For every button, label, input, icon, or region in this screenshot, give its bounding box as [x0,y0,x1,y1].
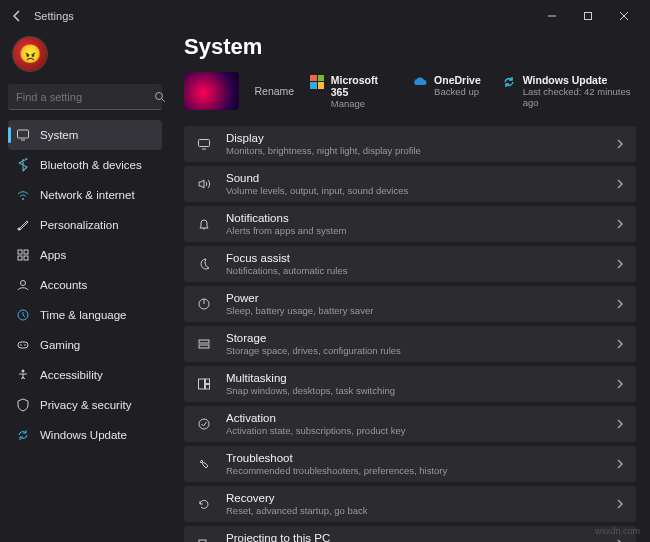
sidebar-item-accessibility[interactable]: Accessibility [8,360,162,390]
system-icon [16,128,30,142]
card-title: Recovery [226,492,602,505]
sidebar-item-system[interactable]: System [8,120,162,150]
sidebar-item-bluetooth-devices[interactable]: Bluetooth & devices [8,150,162,180]
chevron-right-icon [616,379,624,389]
sidebar-item-gaming[interactable]: Gaming [8,330,162,360]
sidebar-item-label: Accounts [40,279,87,291]
chevron-right-icon [616,299,624,309]
sidebar-item-apps[interactable]: Apps [8,240,162,270]
chevron-right-icon [616,259,624,269]
card-multitasking[interactable]: MultitaskingSnap windows, desktops, task… [184,366,636,402]
card-sub: Monitors, brightness, night light, displ… [226,145,602,156]
promo-icon [310,74,325,90]
time-icon [16,308,30,322]
svg-rect-19 [199,379,205,389]
maximize-button[interactable] [570,2,606,30]
activation-icon [196,416,212,432]
sidebar-item-label: Accessibility [40,369,103,381]
svg-point-4 [18,228,21,231]
search-box[interactable] [8,84,162,110]
svg-point-13 [24,344,26,346]
sidebar-item-windows-update[interactable]: Windows Update [8,420,162,450]
bell-icon [196,216,212,232]
card-sub: Reset, advanced startup, go back [226,505,602,516]
svg-point-3 [22,198,24,200]
card-title: Storage [226,332,602,345]
promo-icon [501,74,517,90]
svg-rect-20 [206,379,210,384]
card-sound[interactable]: SoundVolume levels, output, input, sound… [184,166,636,202]
user-avatar[interactable]: 😠 [12,36,48,72]
svg-point-1 [156,92,163,99]
sidebar-item-label: Personalization [40,219,119,231]
project-icon [196,536,212,542]
promo-title: Windows Update [523,74,636,86]
card-title: Focus assist [226,252,602,265]
promo-microsoft-[interactable]: Microsoft 365Manage [310,74,392,109]
card-storage[interactable]: StorageStorage space, drives, configurat… [184,326,636,362]
minimize-button[interactable] [534,2,570,30]
card-sub: Recommended troubleshooters, preferences… [226,465,602,476]
card-sub: Notifications, automatic rules [226,265,602,276]
card-notifications[interactable]: NotificationsAlerts from apps and system [184,206,636,242]
display-icon [196,136,212,152]
sidebar-item-label: Bluetooth & devices [40,159,142,171]
card-projecting-to-this-pc[interactable]: Projecting to this PCPermissions, pairin… [184,526,636,542]
card-display[interactable]: DisplayMonitors, brightness, night light… [184,126,636,162]
search-input[interactable] [16,91,154,103]
back-button[interactable] [8,7,26,25]
promo-icon [412,74,428,90]
watermark: wsxdn.com [595,526,640,536]
sidebar-item-time-language[interactable]: Time & language [8,300,162,330]
sidebar-item-accounts[interactable]: Accounts [8,270,162,300]
card-recovery[interactable]: RecoveryReset, advanced startup, go back [184,486,636,522]
close-button[interactable] [606,2,642,30]
search-icon [154,91,166,103]
card-title: Notifications [226,212,602,225]
card-troubleshoot[interactable]: TroubleshootRecommended troubleshooters,… [184,446,636,482]
card-activation[interactable]: ActivationActivation state, subscription… [184,406,636,442]
card-title: Display [226,132,602,145]
chevron-right-icon [616,139,624,149]
card-sub: Activation state, subscriptions, product… [226,425,602,436]
brush-icon [16,218,30,232]
svg-rect-17 [199,340,209,343]
svg-rect-11 [18,342,28,348]
sidebar-item-network-internet[interactable]: Network & internet [8,180,162,210]
sidebar-item-label: Gaming [40,339,80,351]
sidebar-item-personalization[interactable]: Personalization [8,210,162,240]
gaming-icon [16,338,30,352]
svg-rect-18 [199,345,209,348]
card-sub: Snap windows, desktops, task switching [226,385,602,396]
storage-icon [196,336,212,352]
trouble-icon [196,456,212,472]
accounts-icon [16,278,30,292]
window-title: Settings [34,10,74,22]
promo-sub: Last checked: 42 minutes ago [523,86,636,108]
sidebar-item-label: Apps [40,249,66,261]
card-focus-assist[interactable]: Focus assistNotifications, automatic rul… [184,246,636,282]
sidebar-item-label: Privacy & security [40,399,131,411]
sidebar-item-label: Time & language [40,309,127,321]
svg-rect-0 [585,13,592,20]
svg-rect-8 [24,256,28,260]
svg-rect-5 [18,250,22,254]
card-sub: Sleep, battery usage, battery saver [226,305,602,316]
sidebar: 😠 SystemBluetooth & devicesNetwork & int… [0,32,170,542]
promo-windows-update[interactable]: Windows UpdateLast checked: 42 minutes a… [501,74,636,109]
sidebar-item-label: System [40,129,78,141]
card-title: Projecting to this PC [226,532,602,542]
chevron-right-icon [616,459,624,469]
power-icon [196,296,212,312]
promo-onedrive[interactable]: OneDriveBacked up [412,74,481,109]
sidebar-item-privacy-security[interactable]: Privacy & security [8,390,162,420]
apps-icon [16,248,30,262]
wifi-icon [16,188,30,202]
chevron-right-icon [616,339,624,349]
desktop-thumbnail[interactable] [184,72,239,110]
rename-link[interactable]: Rename [255,85,295,97]
update-icon [16,428,30,442]
card-title: Sound [226,172,602,185]
card-power[interactable]: PowerSleep, battery usage, battery saver [184,286,636,322]
svg-point-9 [21,281,26,286]
